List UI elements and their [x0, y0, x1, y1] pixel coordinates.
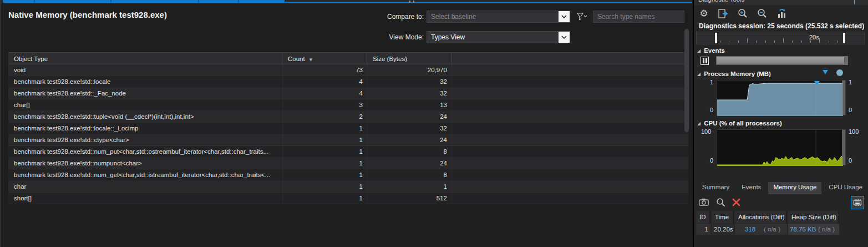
allocations-na: ( n/a ) [764, 224, 780, 235]
zoom-out-icon[interactable] [757, 8, 768, 19]
cpu-section-header[interactable]: ◢CPU (% of all processors) [697, 120, 782, 127]
table-row[interactable]: benchmark test928.exe!std::locale::_Loci… [8, 123, 688, 134]
size-cell: 13 [367, 99, 452, 111]
column-header-time[interactable]: Time [712, 211, 734, 223]
column-header-allocations[interactable]: Allocations (Diff) [735, 211, 787, 223]
process-memory-chart[interactable] [717, 80, 846, 115]
tab-underline [285, 2, 692, 3]
memory-axis-min-left: 0 [710, 107, 713, 113]
column-header-count[interactable]: Count▼ [282, 53, 367, 65]
compare-to-label: Compare to: [382, 13, 424, 21]
view-mode-value: Types View [427, 33, 559, 41]
session-timeline[interactable]: 20s [696, 32, 865, 44]
tab-separator [198, 0, 199, 3]
table-row[interactable]: benchmark test928.exe!std::locale432 [8, 76, 688, 88]
snapshot-row-time[interactable]: 20.20s [712, 224, 734, 235]
selection-end-handle[interactable] [843, 33, 845, 43]
view-snapshot-magnifier-icon[interactable] [715, 196, 726, 208]
count-cell: 1 [282, 181, 367, 193]
column-header-empty [452, 53, 688, 65]
allocations-link[interactable]: 318 [745, 224, 755, 235]
events-swimlane[interactable] [716, 56, 845, 65]
table-row[interactable]: short[]1512 [8, 193, 688, 204]
column-header-id[interactable]: ID [696, 211, 710, 223]
cpu-usage-chart[interactable] [717, 129, 846, 165]
compare-baseline-value: Select baseline [427, 13, 559, 21]
heap-size-link[interactable]: 78.75 KB [790, 224, 816, 235]
table-row[interactable]: benchmark test928.exe!std::_Fac_node432 [8, 88, 688, 99]
snapshot-row-id[interactable]: 1 [696, 224, 710, 235]
session-summary-text: Diagnostics session: 25 seconds (25.532 … [699, 22, 864, 30]
size-cell: 20,970 [367, 64, 452, 76]
export-report-icon[interactable] [718, 8, 729, 19]
count-cell: 1 [282, 169, 367, 181]
view-heap-toggle-button[interactable] [851, 196, 864, 209]
chart-right-scrollbar[interactable] [842, 130, 845, 165]
take-snapshot-camera-icon[interactable] [698, 196, 709, 208]
pin-icon[interactable]: ▏ [854, 0, 859, 4]
timeline-tick [819, 38, 820, 43]
expand-triangle-icon[interactable]: ◢ [697, 48, 701, 53]
timeline-time-label: 20s [809, 34, 819, 41]
timeline-tick [765, 41, 766, 43]
chevron-down-icon[interactable] [559, 11, 570, 22]
table-row[interactable]: benchmark test928.exe!std::ctype<char>12… [8, 134, 688, 146]
sort-descending-icon: ▼ [309, 58, 312, 62]
chevron-down-icon[interactable] [559, 32, 570, 43]
tab-separator [110, 0, 111, 3]
object-type-cell: void [8, 64, 282, 76]
count-cell: 73 [282, 64, 367, 76]
document-tab-strip[interactable] [1, 0, 692, 4]
selection-start-handle[interactable] [715, 33, 717, 43]
snapshot-circle-legend-icon [836, 69, 844, 78]
native-memory-pane: Native Memory (benchmark test928.exe) Co… [0, 0, 692, 247]
expand-triangle-icon[interactable]: ◢ [697, 72, 701, 77]
column-header-heap-size[interactable]: Heap Size (Diff) [788, 211, 839, 223]
snapshot-row-allocations: 318 ( n/a ) [735, 224, 787, 235]
table-row[interactable]: char[]313 [8, 99, 688, 111]
search-input[interactable] [593, 11, 684, 23]
events-track-edge [845, 56, 848, 65]
count-cell: 1 [282, 193, 367, 204]
delete-snapshot-icon[interactable] [730, 196, 742, 208]
expand-triangle-icon[interactable]: ◢ [697, 121, 701, 126]
compare-baseline-dropdown[interactable]: Select baseline [427, 11, 570, 23]
table-row[interactable]: char11 [8, 181, 688, 193]
tab-cpu-usage[interactable]: CPU Usage [824, 182, 867, 194]
chart-right-scrollbar[interactable] [842, 80, 845, 115]
tab-memory-usage[interactable]: Memory Usage [768, 182, 821, 194]
timeline-tick [783, 38, 784, 43]
column-header-object-type[interactable]: Object Type [8, 53, 282, 65]
process-memory-section-header[interactable]: ◢Process Memory (MB) [697, 70, 771, 77]
table-row[interactable]: void7320,970 [8, 64, 688, 76]
events-section-header[interactable]: ◢Events [697, 47, 725, 54]
table-row[interactable]: benchmark test928.exe!std::num_put<char,… [8, 146, 688, 158]
timeline-tick [774, 41, 775, 43]
tab-summary[interactable]: Summary [697, 182, 734, 194]
timeline-tick [720, 41, 720, 43]
table-row[interactable]: benchmark test928.exe!std::tuple<void (_… [8, 111, 688, 123]
memory-axis-max-right: 1 [849, 79, 852, 85]
count-cell: 4 [282, 88, 367, 99]
size-cell: 24 [367, 111, 452, 123]
zoom-in-icon[interactable] [737, 8, 748, 19]
reset-view-icon[interactable] [776, 8, 787, 19]
vertical-scrollbar-thumb[interactable] [684, 29, 689, 132]
panel-title-bar[interactable]: Diagnostic Tools ▏ [694, 0, 868, 5]
count-cell: 3 [282, 99, 367, 111]
settings-gear-icon[interactable]: ⚙ [698, 8, 709, 19]
memory-axis-max-left: 1 [710, 79, 713, 85]
filter-funnel-icon [577, 13, 588, 21]
count-cell: 4 [282, 76, 367, 88]
timeline-tick [738, 41, 739, 43]
active-document-tab[interactable] [3, 0, 285, 3]
table-row[interactable]: benchmark test928.exe!std::numpunct<char… [8, 158, 688, 169]
view-mode-dropdown[interactable]: Types View [427, 31, 570, 43]
tab-events[interactable]: Events [737, 182, 766, 194]
filter-button[interactable] [575, 11, 590, 23]
memory-axis-min-right: 0 [849, 107, 852, 113]
column-header-size[interactable]: Size (Bytes) [367, 53, 452, 65]
snapshot-row-heap-size: 78.75 KB ( n/a ) [788, 224, 839, 235]
table-row[interactable]: benchmark test928.exe!std::num_get<char,… [8, 169, 688, 181]
snapshot-toolbar [697, 196, 865, 209]
